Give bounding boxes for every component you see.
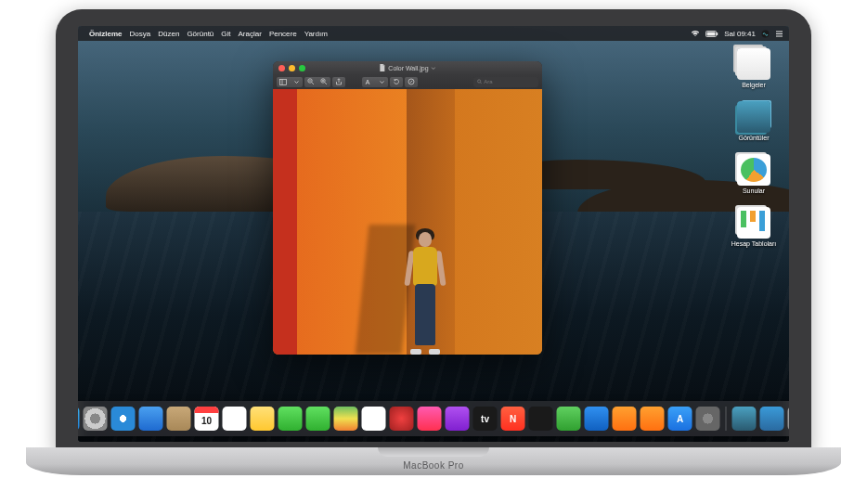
minimize-button[interactable] — [289, 65, 295, 71]
stack-presentations-label: Sunular — [728, 187, 780, 194]
dock-tv-icon[interactable]: tv — [473, 407, 498, 431]
dock-contacts-icon[interactable] — [167, 407, 191, 431]
dock-safari-icon[interactable] — [111, 407, 136, 431]
dock-podcasts-icon[interactable] — [446, 407, 470, 431]
stack-presentations[interactable]: Sunular — [728, 154, 780, 194]
stack-images[interactable]: Görüntüler — [728, 101, 780, 141]
notification-center-icon[interactable] — [775, 30, 783, 38]
svg-line-10 — [312, 83, 314, 84]
dock-keynote-icon[interactable] — [585, 407, 609, 431]
stack-spreadsheets-label: Hesap Tabloları — [728, 240, 780, 247]
dock-reminders-icon[interactable] — [223, 407, 247, 431]
menubar: Önizleme Dosya Düzen Görüntü Git Araçlar… — [78, 26, 789, 41]
laptop-frame: Önizleme Dosya Düzen Görüntü Git Araçlar… — [56, 9, 811, 483]
share-button[interactable] — [332, 77, 345, 87]
dock-facetime-icon[interactable] — [306, 407, 330, 431]
wifi-icon[interactable] — [691, 30, 700, 37]
window-titlebar[interactable]: Color Wall.jpg — [273, 61, 542, 74]
chevron-down-icon[interactable] — [432, 66, 436, 71]
dock-preview-running-icon[interactable] — [732, 407, 757, 431]
dock-books-icon[interactable] — [641, 407, 665, 431]
image-stripe-right — [455, 89, 542, 355]
dock-separator — [726, 407, 727, 431]
preview-toolbar — [273, 74, 542, 89]
svg-rect-2 — [717, 32, 718, 35]
dock: 10tvNA — [78, 401, 789, 436]
document-icon — [379, 64, 385, 71]
stack-images-icon — [737, 101, 770, 133]
dock-finder-icon[interactable] — [78, 407, 80, 431]
svg-rect-7 — [280, 79, 287, 84]
stack-documents-label: Belgeler — [728, 82, 780, 88]
search-field[interactable] — [473, 77, 538, 87]
dock-trash-icon[interactable] — [788, 407, 790, 431]
menu-go[interactable]: Git — [221, 30, 230, 38]
laptop-bezel: Önizleme Dosya Düzen Görüntü Git Araçlar… — [56, 9, 811, 455]
desktop-stacks: Belgeler Görüntüler Sunular Hesap Tablol… — [728, 48, 780, 247]
stack-presentations-icon — [737, 154, 770, 186]
stack-documents[interactable]: Belgeler — [728, 48, 780, 88]
menu-file[interactable]: Dosya — [130, 30, 151, 38]
dock-systemprefs-icon[interactable] — [696, 407, 720, 431]
laptop-screen: Önizleme Dosya Düzen Görüntü Git Araçlar… — [78, 26, 789, 442]
laptop-label: MacBook Pro — [403, 460, 464, 471]
stack-spreadsheets[interactable]: Hesap Tabloları — [728, 207, 780, 247]
svg-point-17 — [478, 80, 481, 83]
menu-tools[interactable]: Araçlar — [239, 30, 262, 38]
svg-rect-6 — [776, 35, 783, 36]
svg-rect-1 — [707, 32, 716, 35]
menubar-clock[interactable]: Sal 09:41 — [724, 30, 756, 38]
dock-screenshot-icon[interactable] — [760, 407, 784, 431]
dock-maps-icon[interactable] — [334, 407, 358, 431]
svg-rect-4 — [776, 31, 783, 32]
window-title: Color Wall.jpg — [379, 64, 435, 71]
dock-stocks-icon[interactable] — [529, 407, 553, 431]
dock-numbers-icon[interactable] — [557, 407, 581, 431]
traffic-lights — [278, 65, 305, 71]
highlight-button[interactable] — [362, 77, 375, 87]
menu-view[interactable]: Görüntü — [187, 30, 214, 38]
sidebar-menu-button[interactable] — [290, 77, 303, 87]
sidebar-toggle-button[interactable] — [277, 77, 290, 87]
search-input[interactable] — [484, 79, 535, 84]
menu-edit[interactable]: Düzen — [158, 30, 179, 38]
image-person — [395, 225, 455, 355]
battery-icon[interactable] — [705, 31, 718, 37]
zoom-out-button[interactable] — [304, 77, 317, 87]
dock-calendar-icon[interactable]: 10 — [195, 407, 219, 431]
dock-messages-icon[interactable] — [278, 407, 303, 431]
stack-images-label: Görüntüler — [728, 135, 780, 141]
dock-notes-icon[interactable] — [251, 407, 275, 431]
window-title-text: Color Wall.jpg — [388, 65, 428, 71]
rotate-button[interactable] — [390, 77, 403, 87]
menubar-app-name[interactable]: Önizleme — [89, 30, 123, 38]
dock-pages-icon[interactable] — [613, 407, 637, 431]
laptop-notch — [378, 447, 489, 457]
zoom-in-button[interactable] — [317, 77, 330, 87]
preview-window[interactable]: Color Wall.jpg — [273, 61, 542, 355]
menu-help[interactable]: Yardım — [304, 30, 328, 38]
image-stripe-red — [273, 89, 297, 355]
dock-music-icon[interactable] — [418, 407, 442, 431]
menu-window[interactable]: Pencere — [269, 30, 297, 38]
dock-photobooth-icon[interactable] — [390, 407, 414, 431]
dock-mail-icon[interactable] — [139, 407, 163, 431]
preview-content-image — [273, 89, 542, 355]
dock-launchpad-icon[interactable] — [84, 407, 108, 431]
zoom-button[interactable] — [299, 65, 305, 71]
search-icon — [477, 79, 482, 84]
dock-photos-icon[interactable] — [362, 407, 386, 431]
svg-rect-5 — [776, 33, 783, 34]
highlight-menu-button[interactable] — [375, 77, 388, 87]
dock-appstore-icon[interactable]: A — [668, 407, 692, 431]
close-button[interactable] — [278, 65, 285, 71]
markup-button[interactable] — [405, 77, 418, 87]
stack-spreadsheets-icon — [737, 207, 770, 239]
svg-line-13 — [325, 83, 327, 84]
stack-documents-icon — [737, 48, 770, 80]
dock-news-icon[interactable]: N — [501, 407, 525, 431]
siri-icon[interactable] — [761, 30, 770, 38]
svg-line-18 — [480, 83, 482, 84]
